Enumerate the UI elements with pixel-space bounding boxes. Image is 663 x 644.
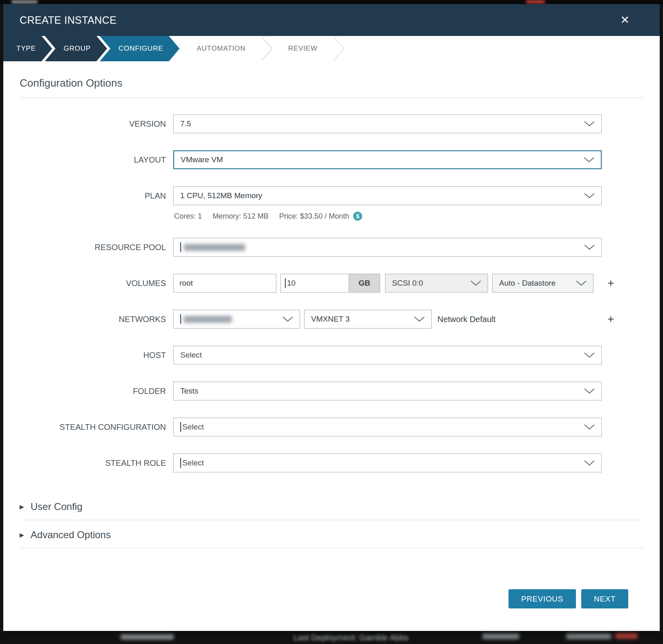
text-cursor <box>285 278 286 288</box>
step-review[interactable]: REVIEW <box>271 36 335 61</box>
resource-pool-label: RESOURCE POOL <box>20 238 173 257</box>
chevron-down-icon <box>584 193 595 199</box>
previous-button[interactable]: PREVIOUS <box>508 589 576 608</box>
form-row-plan: PLAN 1 CPU, 512MB Memory Cores: 1 Memory… <box>3 186 660 221</box>
step-automation[interactable]: AUTOMATION <box>179 36 263 61</box>
form-row-stealth-role: STEALTH ROLE Select <box>3 454 660 472</box>
stealth-role-placeholder: Select <box>182 458 204 467</box>
step-type-label: TYPE <box>16 45 36 53</box>
network-select[interactable] <box>173 310 300 329</box>
step-automation-label: AUTOMATION <box>197 45 246 53</box>
version-select-value: 7.5 <box>180 119 191 128</box>
form-row-folder: FOLDER Tests <box>3 382 660 400</box>
stealth-configuration-label: STEALTH CONFIGURATION <box>20 418 173 436</box>
version-label: VERSION <box>20 114 173 133</box>
chevron-down-icon <box>584 425 595 430</box>
modal-content: Configuration Options VERSION 7.5 LAYOUT… <box>3 61 660 631</box>
form-row-layout: LAYOUT VMware VM <box>3 150 660 169</box>
plan-price: Price: $33.50 / Month <box>279 212 349 221</box>
folder-select[interactable]: Tests <box>173 382 602 400</box>
modal-title: CREATE INSTANCE <box>20 14 116 26</box>
form-row-volumes: VOLUMES 10 GB SCSI 0:0 <box>3 274 660 293</box>
step-review-label: REVIEW <box>288 45 318 53</box>
layout-select-value: VMware VM <box>181 155 223 164</box>
form-row-host: HOST Select <box>3 346 660 364</box>
form-row-networks: NETWORKS VMXNET 3 Network Default + <box>3 310 660 329</box>
volume-datastore-value: Auto - Datastore <box>499 279 555 288</box>
section-advanced-options[interactable]: ▶ Advanced Options <box>20 520 643 548</box>
step-divider-chevron-icon <box>333 36 345 61</box>
folder-select-value: Tests <box>180 387 198 396</box>
page-title: Configuration Options <box>20 77 643 98</box>
step-group-label: GROUP <box>64 45 91 53</box>
text-cursor <box>180 314 181 324</box>
chevron-down-icon <box>414 317 425 322</box>
triangle-right-icon: ▶ <box>20 532 24 538</box>
host-label: HOST <box>20 346 173 364</box>
plan-select[interactable]: 1 CPU, 512MB Memory <box>173 186 602 205</box>
plan-info: Cores: 1 Memory: 512 MB Price: $33.50 / … <box>173 212 602 221</box>
background-blur-blob <box>121 634 174 640</box>
layout-label: LAYOUT <box>20 150 173 169</box>
background-red-blur-blob <box>526 0 545 4</box>
chevron-down-icon <box>576 281 587 286</box>
form-row-stealth-configuration: STEALTH CONFIGURATION Select <box>3 418 660 436</box>
section-user-config[interactable]: ▶ User Config <box>20 492 643 520</box>
form-row-resource-pool: RESOURCE POOL <box>3 238 660 257</box>
volume-size-group: 10 GB <box>280 274 380 293</box>
layout-select[interactable]: VMware VM <box>173 150 602 169</box>
text-cursor <box>180 458 181 468</box>
background-blur-blob <box>482 633 519 639</box>
volume-controller-select[interactable]: SCSI 0:0 <box>385 274 488 293</box>
networks-label: NETWORKS <box>20 310 173 329</box>
add-volume-button[interactable]: + <box>607 277 614 289</box>
section-advanced-options-label: Advanced Options <box>31 529 111 541</box>
volume-datastore-select[interactable]: Auto - Datastore <box>492 274 594 293</box>
chevron-down-icon <box>584 157 594 163</box>
volume-size-value: 10 <box>287 279 296 288</box>
volume-size-unit: GB <box>349 274 380 293</box>
host-select-placeholder: Select <box>180 351 202 360</box>
stealth-configuration-placeholder: Select <box>182 423 204 432</box>
plan-select-value: 1 CPU, 512MB Memory <box>180 191 262 200</box>
step-group[interactable]: GROUP <box>45 36 107 61</box>
text-cursor <box>180 422 181 432</box>
stealth-configuration-select[interactable]: Select <box>173 418 602 436</box>
chevron-down-icon <box>470 281 481 286</box>
configure-form: VERSION 7.5 LAYOUT VMware VM <box>3 114 660 490</box>
background-bottom-strip: Last Deployment: Gamble Abbs <box>0 631 663 644</box>
step-type[interactable]: TYPE <box>3 36 52 61</box>
create-instance-modal: CREATE INSTANCE ✕ TYPE GROUP CONFIGURE A… <box>3 4 660 631</box>
chevron-down-icon <box>584 245 595 250</box>
background-blur-blob <box>566 633 611 639</box>
background-blurred-text: Last Deployment: Gamble Abbs <box>293 633 408 642</box>
section-user-config-label: User Config <box>31 501 83 512</box>
background-blur-blob <box>11 0 38 4</box>
resource-pool-select[interactable] <box>173 238 602 257</box>
chevron-down-icon <box>584 353 595 358</box>
form-row-version: VERSION 7.5 <box>3 114 660 133</box>
chevron-down-icon <box>282 317 293 322</box>
volumes-label: VOLUMES <box>20 274 173 293</box>
network-adapter-select[interactable]: VMXNET 3 <box>304 310 432 329</box>
folder-label: FOLDER <box>20 382 173 400</box>
plan-cores: Cores: 1 <box>174 212 202 221</box>
close-icon[interactable]: ✕ <box>620 15 629 26</box>
stealth-role-select[interactable]: Select <box>173 454 602 472</box>
add-network-button[interactable]: + <box>607 313 614 325</box>
step-configure[interactable]: CONFIGURE <box>100 36 179 61</box>
host-select[interactable]: Select <box>173 346 602 364</box>
triangle-right-icon: ▶ <box>20 503 24 510</box>
redacted-value <box>184 316 232 323</box>
version-select[interactable]: 7.5 <box>173 114 602 133</box>
text-cursor <box>180 242 181 252</box>
next-button[interactable]: NEXT <box>581 589 628 608</box>
dollar-icon: $ <box>353 212 362 221</box>
modal-footer: PREVIOUS NEXT <box>3 589 660 631</box>
background-red-blur-blob <box>615 633 638 639</box>
volume-name-input[interactable] <box>173 274 276 293</box>
step-configure-label: CONFIGURE <box>119 45 163 53</box>
volume-size-input[interactable]: 10 <box>280 274 349 293</box>
chevron-down-icon <box>584 461 595 466</box>
plan-memory: Memory: 512 MB <box>213 212 269 221</box>
